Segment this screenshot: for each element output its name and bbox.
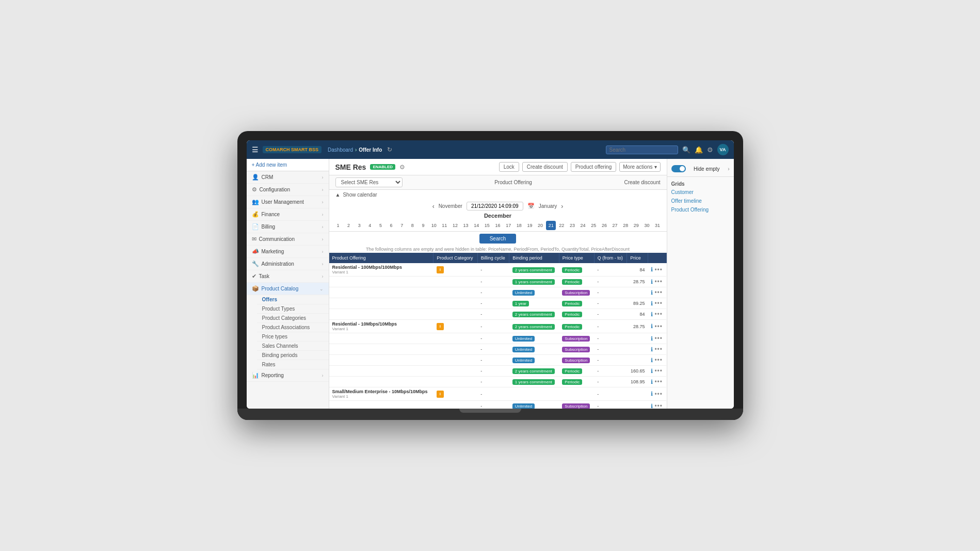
info-button[interactable]: ℹ bbox=[651, 368, 653, 375]
cal-day-26[interactable]: 26 bbox=[600, 221, 609, 230]
more-actions-button[interactable]: More actions ▾ bbox=[619, 162, 660, 172]
sidebar-sub-item-binding-periods[interactable]: Binding periods bbox=[257, 351, 329, 360]
product-offering-button[interactable]: Product offering bbox=[571, 162, 616, 172]
cal-day-6[interactable]: 6 bbox=[387, 221, 396, 230]
info-button[interactable]: ℹ bbox=[651, 403, 653, 409]
sidebar-item-reporting[interactable]: 📊 Reporting › bbox=[247, 369, 329, 382]
create-discount-button[interactable]: Create discount bbox=[522, 162, 568, 172]
more-options-button[interactable]: ••• bbox=[654, 323, 663, 330]
more-options-button[interactable]: ••• bbox=[654, 335, 663, 342]
cal-day-21[interactable]: 21 bbox=[546, 221, 556, 230]
cal-day-14[interactable]: 14 bbox=[472, 221, 481, 230]
sidebar-item-task[interactable]: ✔ Task › bbox=[247, 270, 329, 283]
cal-day-23[interactable]: 23 bbox=[568, 221, 577, 230]
cal-day-19[interactable]: 19 bbox=[525, 221, 535, 230]
cal-day-3[interactable]: 3 bbox=[355, 221, 364, 230]
info-button[interactable]: ℹ bbox=[651, 346, 653, 353]
cal-day-31[interactable]: 31 bbox=[653, 221, 663, 230]
info-button[interactable]: ℹ bbox=[651, 335, 653, 342]
cal-day-8[interactable]: 8 bbox=[408, 221, 417, 230]
more-options-button[interactable]: ••• bbox=[654, 289, 663, 296]
grid-item-customer[interactable]: Customer bbox=[667, 188, 734, 197]
info-button[interactable]: ℹ bbox=[651, 289, 653, 296]
calendar-icon[interactable]: 📅 bbox=[527, 203, 535, 209]
sidebar-sub-item-rates[interactable]: Rates bbox=[257, 360, 329, 369]
cal-day-11[interactable]: 11 bbox=[440, 221, 449, 230]
cal-day-2[interactable]: 2 bbox=[344, 221, 354, 230]
cal-day-29[interactable]: 29 bbox=[632, 221, 641, 230]
search-icon[interactable]: 🔍 bbox=[682, 146, 690, 154]
cal-day-30[interactable]: 30 bbox=[642, 221, 652, 230]
more-options-button[interactable]: ••• bbox=[654, 391, 663, 398]
more-options-button[interactable]: ••• bbox=[654, 367, 663, 375]
settings-icon[interactable]: ⚙ bbox=[399, 164, 405, 171]
sidebar-item-communication[interactable]: ✉ Communication › bbox=[247, 233, 329, 246]
grid-item-offer-timeline[interactable]: Offer timeline bbox=[667, 197, 734, 205]
sidebar-sub-item-product-categories[interactable]: Product Categories bbox=[257, 314, 329, 323]
cal-day-1[interactable]: 1 bbox=[333, 221, 343, 230]
lock-button[interactable]: Lock bbox=[499, 162, 519, 172]
sidebar-item-billing[interactable]: 📄 Billing › bbox=[247, 221, 329, 233]
avatar[interactable]: VA bbox=[717, 144, 729, 155]
info-button[interactable]: ℹ bbox=[651, 391, 653, 397]
cal-day-24[interactable]: 24 bbox=[578, 221, 588, 230]
search-input[interactable] bbox=[606, 145, 678, 154]
more-options-button[interactable]: ••• bbox=[654, 311, 663, 318]
cal-day-10[interactable]: 10 bbox=[429, 221, 439, 230]
notifications-icon[interactable]: 🔔 bbox=[695, 146, 703, 154]
breadcrumb-dashboard[interactable]: Dashboard bbox=[328, 147, 353, 153]
info-button[interactable]: ℹ bbox=[651, 279, 653, 285]
grid-item-product-offering[interactable]: Product Offering bbox=[667, 205, 734, 214]
more-options-button[interactable]: ••• bbox=[654, 402, 663, 409]
refresh-icon[interactable]: ↻ bbox=[387, 146, 392, 153]
add-new-item-button[interactable]: + Add new item bbox=[247, 159, 329, 171]
sidebar-sub-item-product-types[interactable]: Product Types bbox=[257, 304, 329, 314]
sidebar-item-crm[interactable]: 👤 CRM › bbox=[247, 171, 329, 184]
hamburger-icon[interactable]: ☰ bbox=[252, 145, 259, 154]
search-button[interactable]: Search bbox=[479, 234, 517, 244]
info-button[interactable]: ℹ bbox=[651, 300, 653, 307]
settings-icon[interactable]: ⚙ bbox=[707, 146, 713, 154]
sidebar-item-marketing[interactable]: 📣 Marketing › bbox=[247, 246, 329, 258]
sidebar-sub-item-price-types[interactable]: Price types bbox=[257, 332, 329, 342]
cal-day-18[interactable]: 18 bbox=[514, 221, 524, 230]
more-options-button[interactable]: ••• bbox=[654, 278, 663, 285]
cal-day-9[interactable]: 9 bbox=[419, 221, 428, 230]
sidebar-sub-item-product-associations[interactable]: Product Associations bbox=[257, 323, 329, 332]
cal-day-12[interactable]: 12 bbox=[451, 221, 460, 230]
cal-day-4[interactable]: 4 bbox=[365, 221, 375, 230]
cal-day-17[interactable]: 17 bbox=[504, 221, 513, 230]
cal-day-16[interactable]: 16 bbox=[493, 221, 503, 230]
cal-day-15[interactable]: 15 bbox=[483, 221, 492, 230]
cal-day-28[interactable]: 28 bbox=[621, 221, 631, 230]
cal-day-22[interactable]: 22 bbox=[557, 221, 567, 230]
sidebar-item-user-management[interactable]: 👥 User Management › bbox=[247, 196, 329, 208]
more-options-button[interactable]: ••• bbox=[654, 356, 663, 364]
sidebar-sub-item-offers[interactable]: Offers bbox=[257, 295, 329, 304]
sme-res-select[interactable]: Select SME Res bbox=[335, 177, 403, 187]
info-button[interactable]: ℹ bbox=[651, 357, 653, 364]
sidebar-item-configuration[interactable]: ⚙ Configuration › bbox=[247, 184, 329, 196]
more-options-button[interactable]: ••• bbox=[654, 346, 663, 353]
cal-day-7[interactable]: 7 bbox=[397, 221, 407, 230]
cal-day-20[interactable]: 20 bbox=[536, 221, 545, 230]
more-options-button[interactable]: ••• bbox=[654, 266, 663, 273]
cal-day-27[interactable]: 27 bbox=[610, 221, 620, 230]
info-button[interactable]: ℹ bbox=[651, 311, 653, 318]
sidebar-item-administration[interactable]: 🔧 Administration › bbox=[247, 258, 329, 270]
more-options-button[interactable]: ••• bbox=[654, 300, 663, 307]
date-input[interactable] bbox=[467, 202, 523, 210]
next-month-button[interactable]: › bbox=[561, 203, 563, 210]
hide-empty-toggle[interactable] bbox=[671, 165, 686, 172]
info-button[interactable]: ℹ bbox=[651, 323, 653, 330]
sidebar-sub-item-sales-channels[interactable]: Sales Channels bbox=[257, 342, 329, 351]
cal-day-25[interactable]: 25 bbox=[589, 221, 599, 230]
prev-month-button[interactable]: ‹ bbox=[432, 203, 435, 210]
sidebar-item-product-catalog[interactable]: 📦 Product Catalog ⌄ bbox=[247, 283, 329, 295]
show-calendar-toggle[interactable]: ▲ Show calendar bbox=[329, 190, 667, 200]
info-button[interactable]: ℹ bbox=[651, 266, 653, 273]
more-options-button[interactable]: ••• bbox=[654, 378, 663, 385]
cal-day-13[interactable]: 13 bbox=[461, 221, 471, 230]
info-button[interactable]: ℹ bbox=[651, 379, 653, 385]
cal-day-5[interactable]: 5 bbox=[376, 221, 385, 230]
